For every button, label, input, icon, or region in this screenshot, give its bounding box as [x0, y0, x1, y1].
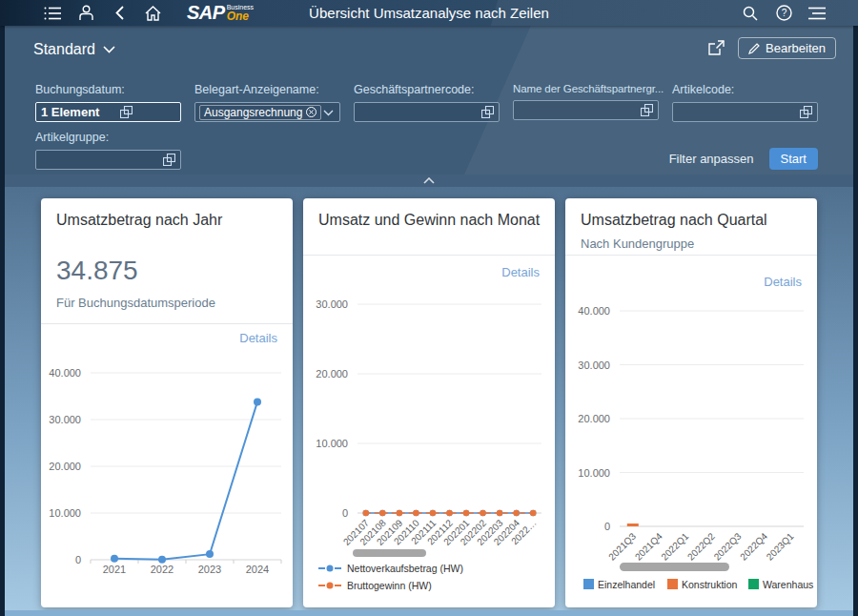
home-icon[interactable]	[144, 5, 161, 22]
card-title: Umsatzbetrag nach Jahr	[56, 212, 222, 229]
filter-buchungsdatum: Buchungsdatum: 1 Element	[35, 83, 181, 122]
sap-business-one-logo: SAP BusinessOne	[187, 2, 254, 24]
filter-belegart: Belegart-Anzeigename: Ausgangsrechnung	[194, 83, 340, 122]
menu-icon[interactable]	[44, 5, 61, 22]
svg-text:10.000: 10.000	[49, 507, 81, 519]
svg-text:2022Q1: 2022Q1	[659, 530, 690, 562]
card-title: Umsatz und Gewinn nach Monat	[318, 212, 540, 229]
card-subtitle: Nach Kundengruppe	[581, 236, 694, 251]
filter-token[interactable]: Ausgangsrechnung	[199, 105, 321, 120]
svg-text:Bruttogewinn (HW): Bruttogewinn (HW)	[347, 580, 432, 591]
variant-row: Standard Bearbeiten	[5, 26, 853, 72]
svg-text:20.000: 20.000	[578, 413, 610, 424]
svg-text:Konstruktion: Konstruktion	[682, 579, 738, 590]
details-link[interactable]: Details	[501, 265, 540, 279]
svg-text:20.000: 20.000	[49, 461, 81, 472]
svg-text:2021Q3: 2021Q3	[606, 530, 638, 562]
svg-text:40.000: 40.000	[49, 367, 81, 379]
geschaeftspartnergruppe-input[interactable]	[513, 100, 659, 120]
buchungsdatum-input[interactable]: 1 Element	[35, 102, 181, 122]
geschaeftspartnercode-input[interactable]	[354, 102, 500, 122]
chevron-down-icon	[323, 110, 334, 116]
chevron-down-icon	[103, 46, 115, 53]
details-link[interactable]: Details	[764, 275, 802, 289]
user-icon[interactable]	[77, 5, 94, 22]
svg-text:0: 0	[604, 521, 610, 532]
todo-list-icon[interactable]	[808, 5, 826, 22]
value-help-icon[interactable]	[481, 106, 494, 118]
svg-text:2022: 2022	[151, 564, 174, 575]
svg-text:2024: 2024	[246, 564, 269, 575]
svg-text:2023: 2023	[198, 564, 221, 575]
artikelgruppe-input[interactable]	[35, 150, 181, 170]
card-umsatz-quartal: Umsatzbetrag nach Quartal Nach Kundengru…	[565, 198, 817, 607]
search-icon[interactable]	[742, 5, 759, 22]
card-title: Umsatzbetrag nach Quartal	[581, 212, 767, 229]
shell-header: SAP BusinessOne Übersicht Umsatzanalyse …	[0, 0, 858, 26]
value-help-icon[interactable]	[120, 106, 133, 118]
svg-text:10.000: 10.000	[316, 438, 348, 449]
bar-chart-umsatz-quartal: 40.00030.00020.00010.00002021Q32021Q4202…	[565, 300, 817, 607]
back-icon[interactable]	[111, 5, 128, 22]
value-help-icon[interactable]	[163, 154, 175, 166]
share-icon[interactable]	[707, 40, 725, 57]
remove-token-icon[interactable]	[306, 107, 317, 117]
go-button[interactable]: Start	[769, 148, 818, 170]
filter-geschaeftspartnercode: Geschäftspartnercode:	[354, 83, 500, 122]
kpi-subtitle: Für Buchungsdatumsperiode	[56, 296, 215, 310]
kpi-value: 34.875	[56, 256, 138, 286]
line-chart-umsatz-jahr: 40.00030.00020.00010.0000202120222023202…	[41, 352, 293, 607]
edit-button[interactable]: Bearbeiten	[738, 37, 836, 59]
svg-text:2021: 2021	[103, 564, 126, 575]
chevron-up-icon	[423, 177, 435, 184]
collapse-filter-bar[interactable]	[5, 175, 853, 187]
adapt-filters-link[interactable]: Filter anpassen	[669, 152, 754, 170]
value-help-icon[interactable]	[641, 104, 653, 116]
dashboard: Umsatzbetrag nach Jahr 34.875 Für Buchun…	[5, 187, 853, 616]
chart-scrollbar[interactable]	[620, 563, 729, 571]
filter-artikelgruppe: Artikelgruppe:	[35, 131, 181, 170]
card-umsatz-gewinn-monat: Umsatz und Gewinn nach Monat Details 30.…	[303, 198, 555, 607]
filter-artikelcode: Artikelcode:	[672, 83, 818, 122]
line-chart-umsatz-gewinn-monat: 30.00020.00010.0000202107202108202109202…	[303, 283, 555, 607]
value-help-icon[interactable]	[800, 106, 812, 118]
svg-text:0: 0	[75, 554, 81, 565]
svg-text:30.000: 30.000	[316, 298, 348, 310]
filter-geschaeftspartnergruppe: Name der Geschäftspartnergr...	[513, 83, 659, 122]
svg-text:2023Q1: 2023Q1	[765, 530, 796, 562]
svg-text:0: 0	[342, 507, 348, 519]
app-window: SAP BusinessOne Übersicht Umsatzanalyse …	[0, 0, 858, 616]
svg-text:40.000: 40.000	[578, 305, 610, 317]
help-icon[interactable]: ?	[775, 5, 792, 22]
svg-text:30.000: 30.000	[578, 359, 610, 371]
card-umsatz-jahr: Umsatzbetrag nach Jahr 34.875 Für Buchun…	[41, 198, 293, 607]
chart-scrollbar[interactable]	[353, 549, 426, 557]
pencil-icon	[748, 43, 760, 54]
svg-text:20.000: 20.000	[316, 368, 348, 380]
svg-text:?: ?	[781, 8, 786, 18]
filter-header-surface: Standard Bearbeiten Buchungsdatum: 1 Ele…	[5, 26, 853, 187]
svg-text:2021Q4: 2021Q4	[633, 530, 664, 562]
variant-selector[interactable]: Standard	[33, 41, 115, 58]
svg-text:2022Q2: 2022Q2	[685, 530, 717, 562]
details-link[interactable]: Details	[239, 331, 277, 345]
svg-text:Warenhaus: Warenhaus	[763, 579, 813, 590]
svg-text:Nettoverkaufsbetrag (HW): Nettoverkaufsbetrag (HW)	[347, 563, 463, 574]
svg-text:2022Q4: 2022Q4	[738, 530, 769, 562]
belegart-select[interactable]: Ausgangsrechnung	[194, 102, 340, 122]
svg-text:30.000: 30.000	[49, 414, 81, 425]
svg-text:2022Q3: 2022Q3	[712, 530, 744, 562]
artikelcode-input[interactable]	[672, 102, 818, 122]
svg-text:10.000: 10.000	[578, 467, 610, 479]
svg-text:Einzelhandel: Einzelhandel	[598, 579, 655, 590]
variant-name: Standard	[33, 41, 95, 58]
